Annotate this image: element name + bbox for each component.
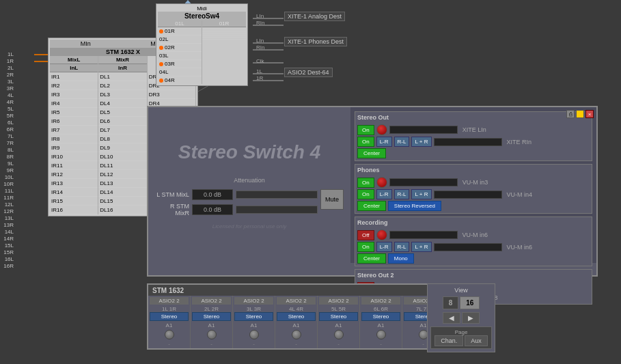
- stm-dl4: DL4: [98, 99, 146, 108]
- ch3-asio-label: ASIO2 2: [234, 297, 273, 305]
- stereo-out-vu-meter-1: [389, 126, 458, 134]
- minimize-button[interactable]: [576, 110, 584, 118]
- att-rows: L STM MixL 0.0 dB R STM MixR 0.0 dB: [155, 189, 318, 216]
- ch4-knob[interactable]: [292, 330, 301, 339]
- view-16-button[interactable]: 16: [460, 296, 480, 309]
- ch1-knob[interactable]: [165, 330, 174, 339]
- stereo-out-on-button[interactable]: On: [357, 125, 374, 135]
- ch6-knob[interactable]: [376, 330, 386, 339]
- stm-row-ir11: IR11: [50, 161, 98, 170]
- sw4-left-col: 01L 01R 02L 02R 03L 03R 04L 04R: [158, 20, 202, 84]
- phones-on-button[interactable]: On: [357, 178, 374, 188]
- phones-on-btn2[interactable]: On: [357, 189, 374, 199]
- stm-row-ir8: IR8: [50, 135, 98, 143]
- stereo-out-lrplus-button[interactable]: L + R: [411, 137, 431, 147]
- stereo-reversed-button[interactable]: Stereo Reversed: [388, 201, 441, 211]
- sw4-row-04l: 04L: [158, 68, 202, 76]
- stereo-out-knob[interactable]: [376, 124, 387, 135]
- view-next-button[interactable]: ▶: [462, 312, 480, 324]
- phones-vu-meter-2: [434, 191, 502, 199]
- recording-center-button[interactable]: Center: [357, 253, 386, 264]
- ch5-stereo-btn[interactable]: Stereo: [319, 312, 358, 321]
- ch1-a1-label: A1: [150, 322, 189, 328]
- stm-row-ir4: IR4: [50, 99, 98, 108]
- page-section: Page Chan. Aux: [430, 326, 492, 349]
- line-label-lin1: LIn: [256, 13, 264, 19]
- recording-rl-button[interactable]: R-L: [394, 242, 410, 252]
- phones-center-button[interactable]: Center: [357, 201, 386, 211]
- stereo-out-title-row: Stereo Out: [357, 114, 590, 123]
- recording-vu-m-in6: VU-M in6: [507, 244, 533, 251]
- recording-lr-button[interactable]: L-R: [376, 242, 392, 252]
- stm-row-ir5: IR5: [50, 108, 98, 117]
- close-button[interactable]: ×: [585, 110, 594, 118]
- phones-lr-button[interactable]: L-R: [376, 189, 392, 199]
- sw4-01r-header: 01R: [202, 20, 246, 27]
- stereo-out-center-button[interactable]: Center: [357, 148, 386, 158]
- left-channel-list: 1L 1R 2L 2R 3L 3R 4L 4R 5L 5R 6L 6R 7L 7…: [0, 51, 14, 270]
- asio2-dest-label: ASIO2 Dest-64: [284, 68, 333, 76]
- stereo-out-vu-meter-2: [434, 138, 502, 146]
- ch4-stereo-btn[interactable]: Stereo: [277, 312, 316, 321]
- recording-knob[interactable]: [376, 229, 387, 240]
- view-title: View: [430, 287, 492, 294]
- copy-button[interactable]: ⎙: [566, 110, 575, 118]
- line-label-clk: Clk: [256, 58, 264, 64]
- attenuation-label: Attenuation: [155, 177, 344, 184]
- stm-dl14: DL14: [98, 188, 146, 197]
- recording-on-btn[interactable]: On: [357, 242, 374, 252]
- phones-vu-m-in4: VU-M in4: [507, 191, 533, 198]
- stereo-out-lr-button[interactable]: L-R: [376, 137, 392, 147]
- phones-vu-meter-1: [389, 178, 458, 186]
- stm-mixr-header: MixR: [98, 56, 146, 64]
- aux-button[interactable]: Aux: [465, 335, 488, 346]
- stm-dl13: DL13: [98, 179, 146, 188]
- recording-vu-meter-2: [434, 243, 502, 251]
- stm-dl12: DL12: [98, 170, 146, 179]
- phones-rl-button[interactable]: R-L: [394, 189, 410, 199]
- ch2-knob[interactable]: [207, 330, 217, 339]
- recording-control-row1: Off VU-M in6: [357, 229, 590, 240]
- xite-phones-label: XITE-1 Phones Dest: [284, 38, 347, 45]
- ch5-knob[interactable]: [334, 330, 344, 339]
- stm-dl2: DL2: [98, 81, 146, 90]
- channel-strip-1: ASIO2 2 1L 1R Stereo A1 -: [148, 296, 191, 348]
- stereo-out-rl-button[interactable]: R-L: [394, 137, 410, 147]
- stm-row-ir13: IR13: [50, 179, 98, 188]
- switch-big-title: Stereo Switch 4: [178, 141, 321, 163]
- att-l-slider[interactable]: [236, 191, 318, 199]
- watermark-text: Licensed for personal use only: [212, 223, 287, 229]
- ch3-a1-label: A1: [234, 322, 273, 328]
- att-rows-container: L STM MixL 0.0 dB R STM MixR 0.0 dB Mute: [155, 189, 344, 216]
- stm-dl16: DL16: [98, 206, 146, 214]
- page-label: Page: [433, 329, 489, 335]
- recording-off-button[interactable]: Off: [357, 230, 374, 240]
- view-8-button[interactable]: 8: [443, 296, 459, 309]
- ch6-stereo-btn[interactable]: Stereo: [361, 312, 400, 321]
- mono-button[interactable]: Mono: [388, 253, 414, 264]
- mute-button[interactable]: Mute: [320, 189, 344, 210]
- att-r-slider[interactable]: [236, 206, 318, 214]
- ch1-stereo-btn[interactable]: Stereo: [150, 312, 189, 321]
- stereo-out-on-btn2[interactable]: On: [357, 137, 374, 147]
- recording-title: Recording: [357, 219, 388, 226]
- ch3-stereo-btn[interactable]: Stereo: [234, 312, 273, 321]
- view-prev-button[interactable]: ◀: [443, 312, 460, 324]
- phones-section: Phones On VU-M in3 On L-R R-L L + R VU-M…: [355, 164, 592, 214]
- stm-row-ir1: IR1: [50, 72, 98, 81]
- chan-button[interactable]: Chan.: [434, 335, 463, 346]
- sw4-title: StereoSw4: [158, 12, 246, 20]
- recording-lrplus-button[interactable]: L + R: [411, 242, 431, 252]
- switch-right-panel: Stereo Out On XITE LIn On L-R R-L L + R …: [350, 107, 596, 263]
- stm-dl1: DL1: [98, 72, 146, 81]
- ch4-knob-row: [277, 330, 316, 339]
- phones-knob[interactable]: [376, 177, 387, 188]
- stm-min-label: MIn: [81, 40, 91, 47]
- phones-lrplus-button[interactable]: L + R: [411, 189, 431, 199]
- ch3-dash: -: [234, 341, 273, 347]
- ch5-sub-label: 5L 5R: [319, 306, 358, 312]
- ch3-knob[interactable]: [249, 330, 259, 339]
- line-label-rin2: RIn: [256, 44, 264, 51]
- sw4-row-03r: 03R: [158, 60, 202, 68]
- ch2-stereo-btn[interactable]: Stereo: [192, 312, 231, 321]
